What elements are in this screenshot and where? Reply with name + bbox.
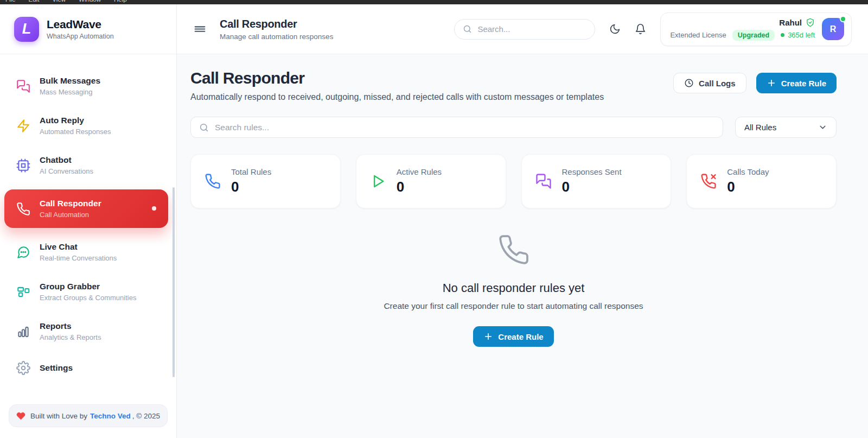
lightning-icon xyxy=(16,119,30,133)
menubar-window[interactable]: Window xyxy=(79,0,101,3)
menubar-edit[interactable]: Edit xyxy=(29,0,40,3)
sidebar-item-live-chat[interactable]: Live Chat Real-time Conversations xyxy=(9,237,168,268)
os-menubar: File Edit View Window Help xyxy=(0,0,868,4)
stat-label: Calls Today xyxy=(727,167,769,176)
sidebar-item-label: Auto Reply xyxy=(40,116,111,125)
active-indicator-dot xyxy=(152,206,156,211)
sidebar-item-sublabel: Analytics & Reports xyxy=(40,333,101,341)
sidebar-item-label: Settings xyxy=(40,363,73,373)
stat-label: Active Rules xyxy=(397,167,442,176)
stat-label: Responses Sent xyxy=(562,167,622,176)
search-icon xyxy=(463,24,472,34)
stat-card-total-rules: Total Rules 0 xyxy=(190,154,341,208)
chat-bubbles-icon xyxy=(16,79,30,93)
menubar-file[interactable]: File xyxy=(5,0,16,3)
search-icon xyxy=(199,123,209,132)
sidebar-item-label: Live Chat xyxy=(40,242,117,252)
avatar[interactable]: R xyxy=(822,18,844,40)
header-title: Call Responder xyxy=(220,18,333,30)
rules-search[interactable] xyxy=(190,117,723,138)
stat-card-calls-today: Calls Today 0 xyxy=(686,154,837,208)
main-content: Call Responder Automatically respond to … xyxy=(177,54,868,438)
stat-value: 0 xyxy=(727,179,769,195)
chat-dots-icon xyxy=(16,245,30,259)
blocks-icon xyxy=(16,285,30,299)
dark-mode-toggle-moon-icon[interactable] xyxy=(609,23,621,35)
rules-filter-value: All Rules xyxy=(744,123,776,132)
clock-icon xyxy=(684,78,694,88)
sidebar-item-settings[interactable]: Settings xyxy=(9,356,168,380)
sidebar-item-sublabel: Extract Groups & Communities xyxy=(40,294,136,302)
stat-card-responses-sent: Responses Sent 0 xyxy=(521,154,672,208)
call-logs-button[interactable]: Call Logs xyxy=(673,73,746,93)
verified-shield-icon xyxy=(806,18,815,27)
menubar-view[interactable]: View xyxy=(52,0,66,3)
plus-icon xyxy=(767,78,776,88)
stats-row: Total Rules 0 Active Rules 0 Responses S… xyxy=(190,154,837,208)
sidebar-item-sublabel: Call Automation xyxy=(40,211,101,219)
topbar: Call Responder Manage call automation re… xyxy=(177,4,868,54)
hamburger-menu-icon[interactable] xyxy=(193,22,207,36)
chip-icon xyxy=(16,158,30,173)
footer-text: Built with Love by xyxy=(30,412,87,420)
notifications-bell-icon[interactable] xyxy=(635,23,646,35)
sidebar-item-label: Reports xyxy=(40,321,101,331)
user-name: Rahul xyxy=(779,18,802,27)
app-logo: L LeadWave WhatsApp Automation xyxy=(0,4,176,54)
techno-ved-link[interactable]: Techno Ved xyxy=(90,412,131,420)
sidebar-item-call-responder[interactable]: Call Responder Call Automation xyxy=(4,189,168,228)
footer-copyright: , © 2025 xyxy=(132,412,160,420)
page-title: Call Responder xyxy=(190,69,604,87)
account-card[interactable]: Rahul Extended License Upgraded 365d lef… xyxy=(660,12,852,46)
sidebar-scrollbar[interactable] xyxy=(173,187,175,377)
missed-call-icon xyxy=(700,173,717,189)
license-days-left: 365d left xyxy=(781,31,815,39)
sidebar-footer: Built with Love by Techno Ved , © 2025 xyxy=(9,404,168,427)
phone-icon xyxy=(497,233,530,266)
sidebar: L LeadWave WhatsApp Automation Bulk Mess… xyxy=(0,4,177,438)
stat-card-active-rules: Active Rules 0 xyxy=(356,154,506,208)
leadwave-logo-icon: L xyxy=(14,17,39,42)
plus-icon xyxy=(483,332,493,341)
sidebar-item-label: Group Grabber xyxy=(40,282,136,291)
rules-search-input[interactable] xyxy=(215,123,714,132)
stat-value: 0 xyxy=(397,179,442,195)
bar-chart-icon xyxy=(16,325,30,339)
sidebar-item-group-grabber[interactable]: Group Grabber Extract Groups & Communiti… xyxy=(9,276,168,307)
upgraded-badge: Upgraded xyxy=(732,30,775,41)
sidebar-item-sublabel: AI Conversations xyxy=(40,167,93,175)
rules-filter-dropdown[interactable]: All Rules xyxy=(735,117,837,138)
empty-state: No call responder rules yet Create your … xyxy=(190,233,837,347)
phone-icon xyxy=(16,202,30,216)
heart-icon xyxy=(16,411,25,421)
empty-state-title: No call responder rules yet xyxy=(190,281,837,295)
license-type: Extended License xyxy=(670,31,726,39)
create-rule-button[interactable]: Create Rule xyxy=(473,326,553,347)
page-subtitle: Automatically respond to received, outgo… xyxy=(190,92,604,102)
green-dot xyxy=(781,33,784,37)
global-search-input[interactable] xyxy=(477,24,586,34)
sidebar-item-sublabel: Automated Responses xyxy=(40,128,111,136)
empty-state-description: Create your first call responder rule to… xyxy=(190,301,837,311)
phone-icon xyxy=(205,173,221,189)
sidebar-item-chatbot[interactable]: Chatbot AI Conversations xyxy=(9,150,168,181)
sidebar-item-bulk-messages[interactable]: Bulk Messages Mass Messaging xyxy=(9,71,168,101)
sidebar-item-sublabel: Real-time Conversations xyxy=(40,254,117,262)
app-name: LeadWave xyxy=(47,18,114,31)
app-tagline: WhatsApp Automation xyxy=(47,33,114,40)
header-subtitle: Manage call automation responses xyxy=(220,33,333,41)
create-rule-button[interactable]: Create Rule xyxy=(756,73,837,93)
sidebar-item-label: Bulk Messages xyxy=(40,76,100,86)
gear-icon xyxy=(16,361,30,375)
sidebar-item-sublabel: Mass Messaging xyxy=(40,88,100,96)
sidebar-item-label: Chatbot xyxy=(40,155,93,165)
sidebar-item-label: Call Responder xyxy=(40,199,101,208)
menubar-help[interactable]: Help xyxy=(114,0,127,3)
global-search[interactable] xyxy=(454,19,595,40)
stat-value: 0 xyxy=(562,179,622,195)
play-icon xyxy=(370,173,386,189)
sidebar-item-reports[interactable]: Reports Analytics & Reports xyxy=(9,316,168,347)
sidebar-item-auto-reply[interactable]: Auto Reply Automated Responses xyxy=(9,110,168,141)
sidebar-nav: Bulk Messages Mass Messaging Auto Reply … xyxy=(0,54,176,438)
chat-bubbles-icon xyxy=(535,173,552,189)
